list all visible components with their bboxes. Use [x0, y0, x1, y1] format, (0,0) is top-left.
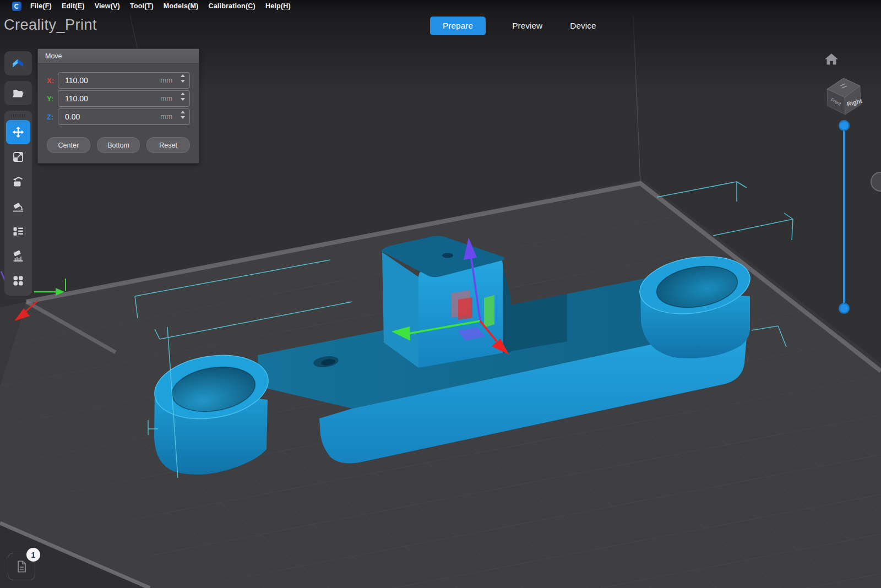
move-row-y: Y: mm [47, 90, 190, 107]
move-row-z: Z: mm [47, 108, 190, 125]
gizmo-plane-yz [484, 295, 494, 328]
bottom-button[interactable]: Bottom [97, 137, 140, 153]
z-axis-label: Z: [47, 113, 58, 121]
object-list-button[interactable]: 1 [8, 553, 35, 580]
menu-help[interactable]: Help(H) [260, 0, 296, 12]
y-unit-label: mm [160, 94, 172, 102]
home-view-button[interactable] [824, 52, 839, 67]
scale-icon [12, 150, 25, 164]
x-axis-label: X: [47, 77, 58, 85]
tool-support[interactable] [6, 244, 30, 268]
app-title: Creality_Print [4, 17, 97, 34]
tool-place-on-face[interactable] [6, 194, 30, 219]
tool-object-list[interactable] [6, 219, 30, 243]
tool-clone[interactable] [6, 269, 30, 293]
app-logo-icon [12, 2, 21, 11]
z-unit-label: mm [160, 112, 172, 121]
gizmo-plane-xz-inner [458, 297, 472, 320]
transform-tool-group [4, 111, 32, 296]
view-cube[interactable]: Front Right [823, 72, 867, 118]
menu-models[interactable]: Models(M) [159, 0, 204, 12]
x-unit-label: mm [160, 76, 172, 84]
tool-rotate[interactable] [6, 170, 30, 194]
home-icon [824, 52, 839, 67]
tool-scale[interactable] [6, 145, 30, 169]
object-list-icon [12, 225, 25, 238]
menu-file[interactable]: File(F) [25, 0, 57, 12]
menu-view[interactable]: View(V) [90, 0, 125, 12]
menubar: File(F) Edit(E) View(V) Tool(T) Models(M… [0, 0, 881, 12]
open-folder-icon [11, 86, 25, 100]
open-file-button[interactable] [4, 81, 32, 105]
y-stepper[interactable] [181, 92, 185, 101]
layer-slider-track[interactable] [843, 126, 845, 308]
workflow-tabs: Prepare Preview Device [430, 17, 597, 35]
layer-slider-lower-handle[interactable] [839, 303, 850, 314]
reset-button[interactable]: Reset [146, 137, 190, 153]
tool-move[interactable] [6, 120, 30, 144]
z-stepper[interactable] [181, 111, 185, 119]
object-count-badge: 1 [26, 548, 40, 562]
layer-slider-upper-handle[interactable] [839, 120, 850, 131]
model-library-button[interactable] [4, 51, 32, 75]
move-row-x: X: mm [47, 72, 190, 89]
layer-slider [838, 120, 850, 314]
menu-edit[interactable]: Edit(E) [57, 0, 90, 12]
clone-icon [12, 274, 25, 287]
move-panel: Move X: mm Y: mm Z: [37, 48, 199, 164]
model-library-icon [11, 56, 25, 70]
tab-preview[interactable]: Preview [511, 17, 543, 35]
center-button[interactable]: Center [47, 137, 90, 153]
left-toolbar [4, 51, 32, 296]
y-axis-label: Y: [47, 95, 58, 103]
tab-device[interactable]: Device [569, 17, 597, 35]
support-icon [12, 249, 25, 263]
menu-calibration[interactable]: Calibration(C) [203, 0, 260, 12]
rotate-icon [12, 175, 25, 188]
x-stepper[interactable] [181, 74, 185, 83]
toolbar-drag-handle[interactable] [11, 114, 25, 117]
tab-prepare[interactable]: Prepare [430, 17, 486, 35]
app-window: File(F) Edit(E) View(V) Tool(T) Models(M… [0, 0, 881, 588]
move-icon [12, 126, 25, 139]
document-icon [14, 559, 29, 574]
move-panel-title: Move [38, 49, 199, 64]
menu-tool[interactable]: Tool(T) [125, 0, 159, 12]
place-on-face-icon [12, 200, 25, 213]
